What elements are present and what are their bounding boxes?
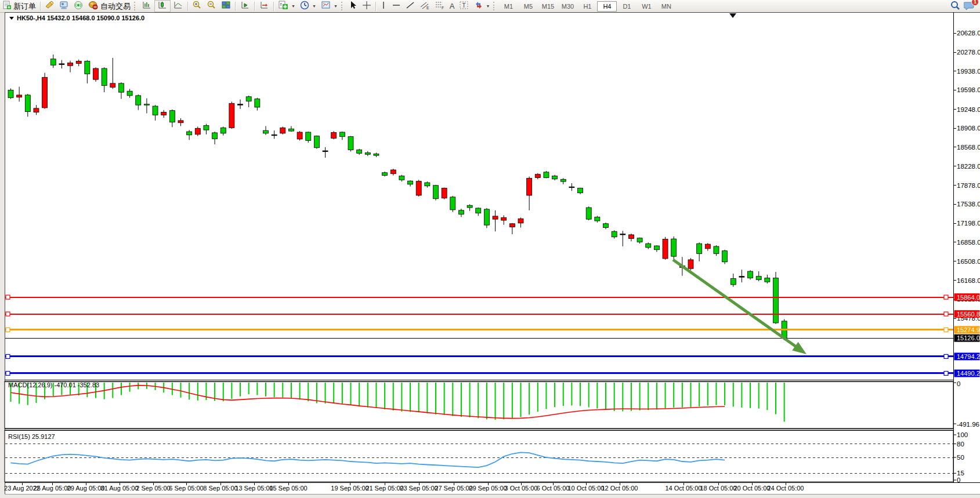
navigator-button[interactable] <box>71 1 86 12</box>
candlestick <box>756 277 761 280</box>
date-axis-label: 10 Oct 05:00 <box>568 485 605 492</box>
line-handle[interactable] <box>944 312 948 316</box>
candlestick <box>220 128 226 133</box>
candlestick <box>238 104 243 106</box>
line-handle[interactable] <box>944 354 948 358</box>
indicators-button[interactable]: f ▼ <box>276 1 298 12</box>
line-chart-mode-button[interactable] <box>171 1 186 12</box>
candlestick <box>765 278 770 282</box>
line-handle[interactable] <box>6 328 10 332</box>
candlestick <box>323 151 328 152</box>
autotrading-button[interactable]: 自动交易 <box>86 1 133 12</box>
candlestick <box>25 95 30 112</box>
tab-timeframe-h1[interactable]: H1 <box>577 1 597 12</box>
line-handle[interactable] <box>6 371 10 375</box>
tab-timeframe-h4[interactable]: H4 <box>597 1 617 12</box>
templates-button[interactable]: ▼ <box>319 1 340 12</box>
candlestick <box>8 90 13 97</box>
line-handle[interactable] <box>6 354 10 358</box>
chart-shift-icon <box>259 1 269 12</box>
autotrading-icon <box>88 1 99 12</box>
channel-tool-button[interactable]: E <box>417 1 432 12</box>
candlestick <box>229 103 234 128</box>
equidistant-channel-icon: E <box>420 1 430 12</box>
bar-chart-mode-button[interactable] <box>139 1 154 12</box>
candlestick <box>663 239 668 259</box>
rsi-axis-label: 50 <box>957 454 964 461</box>
candlestick <box>17 95 22 97</box>
chart-shift-button[interactable] <box>256 1 272 12</box>
candlestick <box>586 208 591 219</box>
line-handle[interactable] <box>944 371 948 375</box>
candlestick <box>127 91 132 96</box>
line-handle[interactable] <box>944 295 948 299</box>
search-icon[interactable] <box>950 1 960 12</box>
market-watch-button[interactable] <box>57 1 71 12</box>
candlestick <box>425 183 430 186</box>
candlestick <box>671 239 677 256</box>
text-label-tool-button[interactable]: T <box>457 1 472 12</box>
zoom-out-button[interactable] <box>204 1 219 12</box>
templates-icon <box>321 1 331 12</box>
candlestick <box>578 188 583 193</box>
tab-timeframe-m30[interactable]: M30 <box>558 1 577 12</box>
tab-timeframe-m5[interactable]: M5 <box>518 1 538 12</box>
candlestick <box>399 176 404 180</box>
fibonacci-tool-button[interactable]: F <box>432 1 447 12</box>
auto-scroll-button[interactable] <box>237 1 252 12</box>
candlestick-mode-button[interactable] <box>154 0 171 12</box>
vline-tool-button[interactable] <box>378 1 389 12</box>
tab-timeframe-w1[interactable]: W1 <box>637 1 656 12</box>
candlestick <box>509 224 515 227</box>
crosshair-tool-button[interactable] <box>360 1 374 12</box>
candlestick <box>374 154 379 155</box>
text-tool-button[interactable]: A <box>447 1 457 12</box>
tab-timeframe-d1[interactable]: D1 <box>617 1 637 12</box>
candlestick <box>773 278 779 322</box>
notifications-button[interactable]: 1 <box>964 1 975 12</box>
tile-windows-button[interactable] <box>219 1 233 12</box>
line-handle[interactable] <box>6 312 10 316</box>
candlestick <box>476 208 481 213</box>
horizontal-line-icon <box>392 1 401 12</box>
date-axis-label: 6 Oct 05:00 <box>537 485 570 492</box>
tab-timeframe-m1[interactable]: M1 <box>498 1 518 12</box>
tab-timeframe-m15[interactable]: M15 <box>538 1 558 12</box>
candlestick <box>705 244 710 249</box>
price-axis-label: 16508.0 <box>957 258 980 265</box>
broadcast-icon <box>74 1 84 12</box>
date-axis-label: 25 Aug 05:00 <box>34 485 71 492</box>
new-order-button[interactable]: 新订单 <box>0 1 38 12</box>
arrows-dropdown-arrow: ▼ <box>486 4 490 8</box>
candlestick <box>527 178 532 195</box>
arrows-tool-button[interactable]: ▼ <box>472 1 492 12</box>
price-line-label: 15560.8 <box>957 311 980 318</box>
rsi-pane[interactable] <box>5 430 953 482</box>
candlestick <box>187 132 192 135</box>
candlestick <box>620 234 625 235</box>
zoom-in-button[interactable] <box>190 1 204 12</box>
new-order-icon <box>2 1 12 12</box>
candlestick <box>50 59 56 66</box>
history-center-button[interactable] <box>42 1 57 12</box>
cursor-tool-button[interactable] <box>346 1 360 12</box>
price-axis-label: 20278.0 <box>957 49 980 56</box>
arrows-icon <box>474 1 483 12</box>
line-handle[interactable] <box>6 295 10 299</box>
candlestick <box>136 96 141 105</box>
date-axis-label: 21 Sep 05:00 <box>366 485 403 492</box>
cursor-icon <box>349 1 357 12</box>
tab-timeframe-mn[interactable]: MN <box>656 1 676 12</box>
price-axis-label: 16168.0 <box>957 277 980 284</box>
candlestick <box>569 187 574 188</box>
hline-tool-button[interactable] <box>389 1 403 12</box>
candlestick <box>748 271 753 278</box>
trendline-tool-button[interactable] <box>403 1 417 12</box>
candlestick <box>306 132 311 140</box>
candlestick <box>246 97 251 101</box>
line-handle[interactable] <box>944 328 948 332</box>
price-axis-label: 16858.0 <box>957 239 980 246</box>
chart-window[interactable]: 20628.020278.019938.019598.019248.018908… <box>0 12 980 498</box>
periods-button[interactable]: ▼ <box>298 1 319 12</box>
price-axis-label: 17538.0 <box>957 201 980 208</box>
